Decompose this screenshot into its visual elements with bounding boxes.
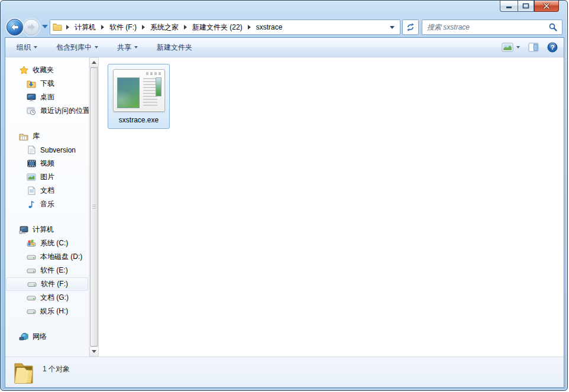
- scrollbar-track[interactable]: [89, 67, 99, 346]
- sidebar-scrollbar[interactable]: [89, 57, 99, 357]
- scrollbar-grip-icon: [92, 205, 96, 209]
- include-in-library-button[interactable]: 包含到库中: [51, 40, 104, 56]
- sidebar-item-subversion[interactable]: Subversion: [5, 143, 89, 157]
- breadcrumb-current[interactable]: sxstrace: [255, 21, 284, 34]
- desktop-label: 桌面: [40, 92, 54, 102]
- sidebar-item-desktop[interactable]: 桌面: [5, 90, 89, 104]
- sidebar-item-drive-c[interactable]: 系统 (C:): [5, 237, 89, 250]
- sidebar-section-computer[interactable]: 计算机: [5, 223, 89, 237]
- breadcrumb-separator-icon: [248, 25, 251, 30]
- breadcrumb-drive-f[interactable]: 软件 (F:): [108, 20, 138, 35]
- sidebar-item-drive-f[interactable]: 软件 (F:): [6, 277, 88, 291]
- close-button[interactable]: [534, 1, 559, 12]
- document-icon: [27, 145, 36, 155]
- address-dropdown-button[interactable]: [384, 20, 400, 34]
- maximize-icon: [522, 3, 529, 9]
- details-pane: 1 个对象: [5, 357, 564, 387]
- document-icon: [27, 186, 36, 196]
- recent-places-label: 最近访问的位置: [40, 106, 89, 116]
- scroll-down-button[interactable]: [89, 346, 99, 357]
- forward-arrow-icon: [27, 23, 36, 31]
- music-label: 音乐: [40, 199, 54, 209]
- minimize-icon: [506, 3, 513, 9]
- sidebar-section-libraries[interactable]: 库: [5, 129, 89, 143]
- svg-text:?: ?: [551, 44, 555, 51]
- breadcrumb-folder-2[interactable]: 新建文件夹 (22): [191, 20, 244, 35]
- preview-pane-icon: [528, 43, 539, 52]
- drive-g-label: 文档 (G:): [40, 293, 69, 303]
- include-in-library-label: 包含到库中: [56, 43, 92, 53]
- client-area: 组织 包含到库中 共享 新建文件夹: [5, 37, 564, 388]
- close-icon: [543, 3, 550, 9]
- download-folder-icon: [27, 79, 36, 89]
- favorites-label: 收藏夹: [33, 65, 54, 75]
- sidebar-item-drive-h[interactable]: 娱乐 (H:): [5, 304, 89, 318]
- command-toolbar: 组织 包含到库中 共享 新建文件夹: [5, 38, 564, 57]
- help-button[interactable]: ?: [547, 42, 558, 53]
- refresh-button[interactable]: [402, 20, 419, 35]
- library-icon: [19, 132, 28, 141]
- triangle-down-icon: [92, 350, 96, 353]
- navigation-pane: 收藏夹 下载: [5, 57, 89, 357]
- sidebar-gap: [5, 211, 89, 223]
- forward-button[interactable]: [23, 19, 40, 35]
- application-file-icon: [113, 69, 165, 112]
- search-button[interactable]: [544, 23, 562, 31]
- magnifier-icon: [549, 23, 557, 31]
- sidebar-item-drive-d[interactable]: 本地磁盘 (D:): [5, 250, 89, 264]
- folder-icon: [53, 22, 62, 33]
- libraries-label: 库: [33, 131, 40, 141]
- chevron-down-icon: [516, 46, 520, 48]
- sidebar-section-favorites[interactable]: 收藏夹: [5, 63, 89, 77]
- scroll-up-button[interactable]: [89, 57, 99, 67]
- new-folder-label: 新建文件夹: [157, 43, 192, 53]
- chevron-down-icon: [95, 46, 98, 48]
- sidebar-item-music[interactable]: 音乐: [5, 197, 89, 211]
- chevron-down-icon: [134, 46, 138, 48]
- icon-green-pane: [117, 77, 140, 108]
- file-item-sxstrace[interactable]: sxstrace.exe: [108, 64, 170, 129]
- sidebar-item-videos[interactable]: 视频: [5, 157, 89, 170]
- scrollbar-thumb[interactable]: [90, 67, 98, 346]
- sidebar-item-drive-e[interactable]: 软件 (E:): [5, 264, 89, 277]
- triangle-up-icon: [92, 61, 96, 64]
- toolbar-right-group: ?: [502, 42, 558, 53]
- change-view-button[interactable]: [502, 43, 520, 52]
- explorer-window: 计算机 软件 (F:) 系统之家 新建文件夹 (22) sxstrace: [0, 0, 568, 391]
- drive-icon: [27, 280, 37, 289]
- sidebar-item-recent-places[interactable]: 最近访问的位置: [5, 104, 89, 118]
- computer-icon: [19, 225, 28, 235]
- drive-h-label: 娱乐 (H:): [40, 306, 68, 316]
- sidebar-item-downloads[interactable]: 下载: [5, 77, 89, 90]
- sidebar-item-documents[interactable]: 文档: [5, 184, 89, 197]
- sidebar-gap: [5, 118, 89, 129]
- recent-pages-dropdown[interactable]: [42, 25, 48, 28]
- drive-e-label: 软件 (E:): [40, 265, 68, 276]
- sidebar-item-drive-g[interactable]: 文档 (G:): [5, 291, 89, 304]
- drive-icon: [27, 293, 36, 303]
- videos-label: 视频: [40, 158, 54, 169]
- minimize-button[interactable]: [500, 1, 518, 12]
- organize-button[interactable]: 组织: [11, 40, 43, 56]
- drive-icon: [27, 266, 36, 276]
- documents-label: 文档: [40, 186, 54, 196]
- search-box: [422, 20, 562, 35]
- preview-pane-button[interactable]: [528, 43, 539, 52]
- breadcrumb-folder-1[interactable]: 系统之家: [149, 20, 180, 35]
- sidebar-section-network[interactable]: 网络: [5, 330, 89, 344]
- search-input[interactable]: [422, 20, 544, 34]
- back-button[interactable]: [7, 19, 23, 35]
- music-note-icon: [27, 200, 36, 209]
- video-icon: [27, 159, 36, 169]
- sidebar-item-pictures[interactable]: 图片: [5, 170, 89, 184]
- file-name-label: sxstrace.exe: [119, 116, 159, 124]
- maximize-button[interactable]: [518, 1, 534, 12]
- breadcrumb-computer[interactable]: 计算机: [73, 20, 97, 35]
- item-count-label: 1 个对象: [43, 361, 70, 374]
- network-label: 网络: [33, 332, 47, 342]
- share-button[interactable]: 共享: [112, 40, 143, 56]
- address-bar[interactable]: 计算机 软件 (F:) 系统之家 新建文件夹 (22) sxstrace: [50, 20, 400, 35]
- file-list-pane[interactable]: sxstrace.exe: [99, 57, 564, 357]
- refresh-icon: [406, 22, 415, 32]
- new-folder-button[interactable]: 新建文件夹: [151, 40, 198, 56]
